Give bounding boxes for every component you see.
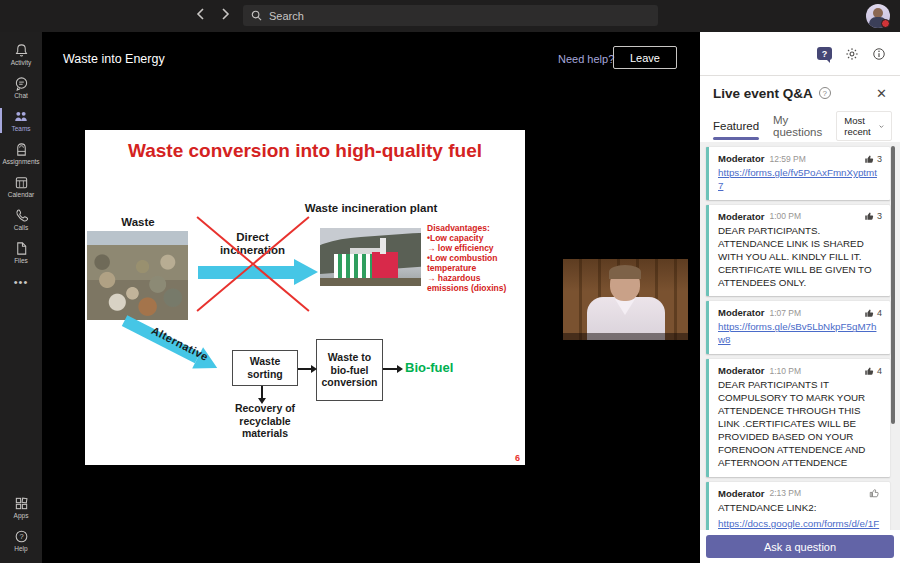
- message-author: Moderator: [718, 153, 764, 164]
- qa-message: Moderator 1:00 PM 3 DEAR PARTICIPANTS. A…: [706, 205, 890, 297]
- presenter-hair: [609, 265, 641, 279]
- tab-featured[interactable]: Featured: [713, 110, 759, 142]
- qa-help-icon[interactable]: ?: [819, 87, 831, 99]
- svg-text:?: ?: [19, 532, 23, 541]
- leave-button[interactable]: Leave: [613, 46, 677, 69]
- message-time: 1:00 PM: [769, 211, 801, 221]
- sort-dropdown[interactable]: Most recent: [836, 111, 891, 141]
- message-link[interactable]: https://docs.google.com/forms/d/e/1FAIpQ…: [718, 518, 882, 530]
- sidebar-item-calls[interactable]: Calls: [0, 203, 42, 236]
- sidebar-item-files[interactable]: Files: [0, 236, 42, 269]
- biofuel-label: Bio-fuel: [405, 360, 453, 375]
- need-help-link[interactable]: Need help?: [558, 53, 614, 65]
- app-sidebar: Activity Chat Teams Assignments Calendar: [0, 32, 42, 563]
- flow-arrow: [383, 368, 397, 370]
- sidebar-item-assignments[interactable]: Assignments: [0, 137, 42, 170]
- qa-message: Moderator 2:13 PM ATTENDANCE LINK2: http…: [706, 482, 890, 530]
- message-link[interactable]: https://forms.gle/sBv5LbNkpF5gM7hw8: [718, 321, 882, 347]
- slide-title: Waste conversion into high-quality fuel: [85, 140, 525, 162]
- like-button[interactable]: [869, 488, 882, 498]
- thumbs-up-icon: [864, 308, 874, 318]
- like-button[interactable]: 4: [864, 366, 882, 376]
- help-circle-icon: ?: [14, 529, 29, 544]
- message-time: 1:07 PM: [769, 308, 801, 318]
- ask-question-button[interactable]: Ask a question: [706, 535, 894, 558]
- slide-page-number: 6: [515, 453, 520, 463]
- qa-message: Moderator 1:07 PM 4 https://forms.gle/sB…: [706, 301, 890, 354]
- flow-arrow: [298, 368, 311, 370]
- conversion-box: Waste to bio-fuel conversion: [316, 339, 383, 401]
- meeting-title: Waste into Energy: [63, 52, 165, 66]
- message-author: Moderator: [718, 307, 764, 318]
- forward-arrow-icon[interactable]: [221, 7, 230, 21]
- sidebar-item-teams[interactable]: Teams: [0, 104, 42, 137]
- message-author: Moderator: [718, 211, 764, 222]
- qa-header: Live event Q&A ? ✕: [700, 76, 900, 110]
- search-placeholder: Search: [269, 10, 304, 22]
- sidebar-more-button[interactable]: •••: [0, 269, 42, 295]
- teams-people-icon: [13, 109, 29, 124]
- plant-label: Waste incineration plant: [261, 202, 481, 214]
- thumbs-up-icon: [869, 488, 879, 498]
- info-icon[interactable]: [872, 47, 886, 61]
- file-icon: [14, 241, 29, 256]
- video-shadow: [563, 333, 688, 340]
- sidebar-item-calendar[interactable]: Calendar: [0, 170, 42, 203]
- panel-icon-row: ?: [700, 32, 900, 76]
- back-arrow-icon[interactable]: [196, 7, 205, 21]
- message-text: DEAR PARTICIPANTS. ATTENDANCE LINK IS SH…: [718, 225, 882, 290]
- sidebar-item-apps[interactable]: Apps: [0, 491, 42, 524]
- busy-status-dot: [881, 19, 890, 28]
- search-input[interactable]: Search: [243, 5, 658, 26]
- qa-footer: Ask a question: [700, 530, 900, 563]
- like-button[interactable]: 4: [864, 308, 882, 318]
- chevron-down-icon: [879, 124, 884, 129]
- calendar-icon: [14, 175, 29, 190]
- disadvantages-text: Disadvantages: •Low capacity → low effic…: [427, 223, 522, 293]
- like-count: 3: [877, 154, 882, 164]
- qa-message: Moderator 1:10 PM 4 DEAR PARTICIPANTS IT…: [706, 359, 890, 476]
- close-panel-icon[interactable]: ✕: [876, 86, 887, 101]
- phone-icon: [14, 208, 29, 223]
- apps-grid-icon: [14, 496, 29, 511]
- message-author: Moderator: [718, 365, 764, 376]
- thumbs-up-icon: [864, 211, 874, 221]
- waste-pile-photo: [87, 231, 188, 320]
- like-button[interactable]: 3: [864, 211, 882, 221]
- message-link[interactable]: https://forms.gle/fv5PoAxFmnXyptmt7: [718, 167, 882, 193]
- scrollbar[interactable]: [891, 146, 895, 424]
- message-text: ATTENDANCE LINK2:: [718, 502, 882, 515]
- waste-sorting-box: Waste sorting: [232, 350, 298, 386]
- backpack-icon: [14, 142, 29, 157]
- tab-my-questions[interactable]: My questions: [773, 110, 822, 142]
- thumbs-up-icon: [864, 366, 874, 376]
- qa-message-list: Moderator 12:59 PM 3 https://forms.gle/f…: [700, 142, 900, 530]
- message-time: 2:13 PM: [769, 488, 801, 498]
- incineration-plant-photo: [320, 228, 421, 286]
- message-time: 1:10 PM: [769, 366, 801, 376]
- thumbs-up-icon: [864, 154, 874, 164]
- qa-title: Live event Q&A: [713, 86, 813, 101]
- waste-label: Waste: [105, 216, 171, 228]
- qa-message: Moderator 12:59 PM 3 https://forms.gle/f…: [706, 147, 890, 200]
- search-icon: [251, 7, 262, 25]
- chat-icon: [14, 76, 29, 91]
- settings-gear-icon[interactable]: [845, 47, 859, 61]
- presenter-video-tile[interactable]: [563, 259, 688, 340]
- meeting-stage: Waste into Energy Need help? Leave Waste…: [42, 32, 700, 563]
- qa-panel: ? Live event Q&A ? ✕ Featured My questio…: [700, 32, 900, 563]
- title-bar: Search: [0, 0, 900, 32]
- qa-app-icon[interactable]: ?: [817, 47, 832, 60]
- sidebar-item-activity[interactable]: Activity: [0, 38, 42, 71]
- presentation-slide: Waste conversion into high-quality fuel …: [85, 130, 525, 465]
- message-time: 12:59 PM: [769, 154, 805, 164]
- recovery-label: Recovery of recyclable materials: [225, 402, 305, 440]
- sidebar-item-chat[interactable]: Chat: [0, 71, 42, 104]
- message-author: Moderator: [718, 488, 764, 499]
- like-count: 4: [877, 366, 882, 376]
- like-button[interactable]: 3: [864, 154, 882, 164]
- bell-icon: [14, 43, 29, 58]
- flow-arrow: [261, 386, 263, 398]
- sidebar-item-help[interactable]: ? Help: [0, 524, 42, 557]
- message-text: DEAR PARTICIPANTS IT COMPULSORY TO MARK …: [718, 379, 882, 469]
